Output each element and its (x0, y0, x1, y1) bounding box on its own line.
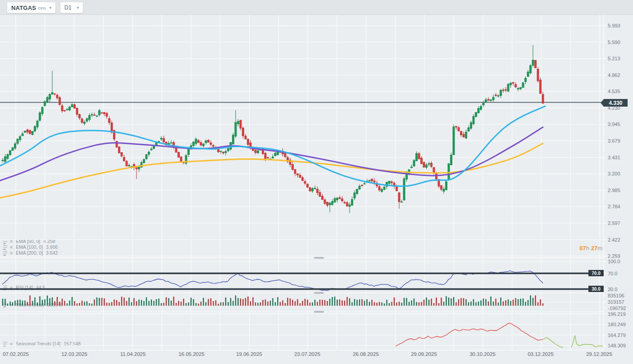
rsi-axis-label: 70.0 (608, 271, 617, 276)
chevron-down-icon: ▾ (49, 6, 51, 10)
price-axis-label: 4.535 (608, 89, 620, 94)
date-axis-label: 16.05.2025 (178, 351, 205, 357)
price-axis-label: 3.679 (608, 138, 620, 144)
rsi-axis-label: 100.0 (608, 259, 620, 264)
rsi-upper-level-badge: 70.0 (588, 270, 604, 276)
timeframe-selector[interactable]: D1 ▾ (60, 2, 83, 13)
date-axis-label: 30.10.2025 (469, 351, 496, 357)
volume-axis-label: 835106 (608, 293, 624, 298)
volume-axis-label: -196792 (608, 306, 626, 311)
instrument-type-label: CFD (38, 6, 46, 10)
chart-toolbar: NATGAS CFD ▾ D1 ▾ (0, 0, 633, 15)
volume-axis-label: 319157 (608, 299, 624, 305)
rsi-level-lines (0, 274, 604, 289)
price-axis-label: 4.230 (608, 105, 620, 111)
seasonal-axis-label: 180.249 (608, 322, 626, 327)
panel-resize-handle[interactable] (314, 311, 324, 313)
date-axis-label: 12.03.2025 (61, 351, 87, 357)
chevron-down-icon: ▾ (77, 6, 79, 10)
price-axis-label: 2.422 (608, 237, 620, 243)
price-axis-label: 5.213 (608, 56, 620, 61)
volume-bars (2, 296, 543, 306)
date-axis-label: 07.02.2025 (3, 351, 29, 357)
candle-close-countdown: 07h 27m (579, 245, 602, 252)
date-axis-label: 11.04.2025 (120, 351, 146, 357)
timeframe-label: D1 (64, 4, 71, 11)
price-axis-label: 3.945 (608, 121, 620, 127)
countdown-hours: 07 (579, 245, 586, 252)
symbol-selector[interactable]: NATGAS CFD ▾ (7, 2, 55, 13)
seasonal-axis-label: 196.219 (608, 311, 626, 317)
date-axis-label: 29.12.2025 (586, 351, 612, 357)
rsi-axis-label: 30.0 (608, 287, 617, 292)
grid-layer (0, 14, 606, 350)
candles-layer (2, 45, 544, 213)
date-axis-label: 03.12.2025 (528, 351, 554, 357)
date-axis-label: 26.08.2025 (353, 351, 379, 357)
price-axis-label: 2.597 (608, 220, 620, 226)
countdown-minutes: 27 (591, 245, 597, 252)
price-axis-label: 4.862 (608, 72, 620, 78)
price-axis-label: 2.784 (608, 204, 620, 209)
panel-resize-handle[interactable] (314, 292, 324, 294)
rsi-line (2, 271, 543, 291)
date-axis-label: 23.07.2025 (294, 351, 320, 357)
seasonal-axis-label: 148.309 (608, 343, 626, 348)
price-axis-label: 5.993 (608, 23, 620, 28)
date-axis-label: 19.06.2025 (236, 351, 262, 357)
countdown-minutes-unit: m (597, 245, 602, 252)
price-axis-label: 3.200 (608, 171, 620, 176)
date-axis-label: 29.09.2025 (411, 351, 437, 357)
panel-resize-handle[interactable] (314, 257, 324, 259)
price-axis-label: 2.259 (608, 253, 620, 259)
seasonal-line (396, 323, 603, 347)
trading-platform-window: NATGAS CFD ▾ D1 ▾ ✕ EMA [50, 0] 4.258 ✕ … (0, 0, 633, 364)
rsi-lower-level-badge: 30.0 (588, 286, 604, 292)
price-axis-label: 3.431 (608, 155, 620, 160)
ema-lines (0, 106, 545, 198)
countdown-hours-unit: h (586, 245, 589, 252)
symbol-label: NATGAS (11, 4, 36, 11)
seasonal-axis-label: 164.279 (608, 333, 626, 338)
price-axis-label: 5.590 (608, 40, 620, 45)
chart-canvas[interactable] (0, 0, 633, 364)
price-axis-label: 2.985 (608, 188, 620, 193)
